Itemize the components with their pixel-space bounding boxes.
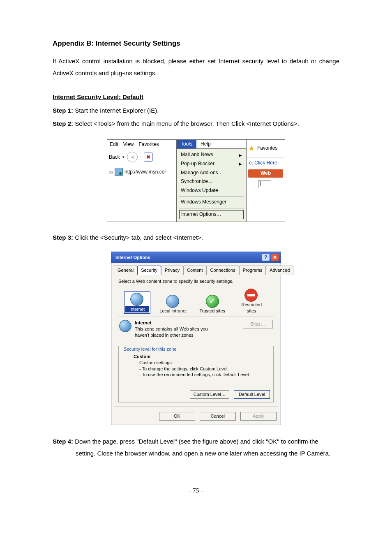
dd-sync-label: Synchronize…: [181, 178, 213, 185]
step-2-text: Select <Tools> from the main menu of the…: [73, 120, 299, 127]
zone-internet[interactable]: Internet: [124, 291, 150, 314]
zone-internet-label: Internet: [125, 306, 149, 313]
submenu-arrow-icon: ▶: [239, 153, 242, 158]
custom-l2: - To change the settings, click Custom L…: [139, 366, 268, 372]
step-4-label: Step 4:: [53, 438, 73, 445]
submenu-arrow-icon: ▶: [239, 161, 242, 166]
back-icon[interactable]: ◄: [127, 152, 138, 162]
dialog-title: Internet Options: [115, 254, 150, 261]
globe-icon: [166, 295, 179, 308]
menu-edit[interactable]: Edit: [110, 141, 118, 148]
custom-level-button[interactable]: Custom Level…: [190, 390, 229, 399]
address-bar[interactable]: ss http://www.msn.cor: [109, 165, 175, 176]
step-2-label: Step 2:: [53, 120, 73, 127]
intro-paragraph: If ActiveX control installation is block…: [53, 56, 339, 79]
page-icon: [115, 168, 123, 176]
cancel-button[interactable]: Cancel: [200, 412, 236, 421]
web-badge: Web: [248, 169, 283, 178]
zone-local-intranet[interactable]: Local intranet: [157, 295, 189, 314]
menu-tools[interactable]: Tools: [177, 140, 196, 149]
menu-help[interactable]: Help: [196, 140, 215, 149]
step-1-text: Start the Internet Explorer (IE).: [73, 107, 159, 114]
tab-general[interactable]: General: [114, 266, 137, 275]
address-value[interactable]: http://www.msn.cor: [125, 169, 166, 176]
dd-manage-addons[interactable]: Manage Add-ons…: [177, 169, 246, 178]
custom-head: Custom: [134, 354, 268, 360]
figure-internet-options-dialog: Internet Options ? ✕ General Security Pr…: [111, 252, 281, 425]
dd-internet-options-label: Internet Options…: [181, 211, 221, 217]
dd-update-label: Windows Update: [181, 187, 218, 194]
step-4: Step 4: Down the page, press "Default Le…: [53, 436, 339, 459]
zone-trusted-label: Trusted sites: [196, 308, 229, 314]
dd-popup-label: Pop-up Blocker: [181, 161, 214, 167]
step-1: Step 1: Start the Internet Explorer (IE)…: [53, 105, 339, 117]
ok-button[interactable]: OK: [159, 412, 195, 421]
dd-mail-and-news[interactable]: Mail and News▶: [177, 150, 246, 160]
tab-strip: General Security Privacy Content Connect…: [111, 263, 281, 275]
dd-addons-label: Manage Add-ons…: [181, 170, 223, 176]
tab-programs[interactable]: Programs: [239, 266, 266, 275]
zone-local-label: Local intranet: [157, 308, 189, 314]
dd-messenger-label: Windows Messenger: [181, 199, 226, 206]
dd-windows-update[interactable]: Windows Update: [177, 186, 246, 195]
dropdown-separator: [179, 196, 244, 197]
zone-restricted-sites[interactable]: Restrictedsites: [235, 289, 268, 314]
apply-button[interactable]: Apply: [240, 412, 277, 421]
dialog-titlebar: Internet Options ? ✕: [111, 252, 281, 263]
dd-synchronize[interactable]: Synchronize…: [177, 177, 246, 186]
figure-ie-tools-menu: Edit View Favorites Back ▾ ◄ · ✖ ss: [107, 139, 285, 222]
restricted-icon: [244, 289, 258, 302]
tools-dropdown: Mail and News▶ Pop-up Blocker▶ Manage Ad…: [177, 148, 246, 221]
select-zone-text: Select a Web content zone to specify its…: [118, 278, 274, 284]
globe-icon: [130, 293, 143, 306]
page-title: Appendix B: Internet Security Settings: [53, 37, 339, 50]
section-heading: Internet Security Level: Default: [53, 91, 143, 103]
zone-trusted-sites[interactable]: ✓ Trusted sites: [196, 295, 229, 314]
step-4-text-cont: setting. Close the browser window, and o…: [76, 448, 339, 460]
titlebar-help-icon[interactable]: ?: [262, 254, 270, 261]
page-number: - 75 -: [53, 485, 339, 497]
step-2: Step 2: Select <Tools> from the main men…: [53, 118, 339, 130]
sites-button[interactable]: Sites…: [243, 320, 273, 328]
zone-desc-line2: haven't placed in other zones: [119, 332, 273, 338]
favorites-label[interactable]: Favorites: [257, 145, 277, 152]
step-1-label: Step 1:: [53, 107, 73, 114]
back-label[interactable]: Back: [109, 154, 120, 161]
custom-l1: Custom settings.: [139, 360, 268, 366]
check-icon: ✓: [206, 295, 219, 308]
step-4-text-first: Down the page, press "Default Level" (se…: [73, 438, 318, 445]
back-dropdown-icon[interactable]: ▾: [122, 155, 125, 160]
step-3-text: Click the <Security> tab, and select <In…: [73, 234, 203, 241]
stop-icon[interactable]: ✖: [144, 153, 153, 162]
dropdown-separator: [179, 208, 244, 208]
step-3: Step 3: Click the <Security> tab, and se…: [53, 232, 339, 244]
dd-internet-options[interactable]: Internet Options…: [179, 210, 244, 219]
tab-content[interactable]: Content: [183, 266, 207, 275]
favorites-star-icon[interactable]: ★: [248, 145, 256, 152]
dd-windows-messenger[interactable]: Windows Messenger: [177, 198, 246, 207]
tab-connections[interactable]: Connections: [206, 266, 239, 275]
step-3-label: Step 3:: [53, 234, 73, 241]
titlebar-close-icon[interactable]: ✕: [271, 254, 279, 261]
click-here-link[interactable]: e. Click Here: [247, 157, 285, 169]
custom-l3: - To use the recommended settings, click…: [139, 372, 268, 378]
default-level-button[interactable]: Default Level: [234, 390, 270, 399]
zone-restricted-label: Restrictedsites: [235, 302, 268, 314]
security-level-legend: Security level for this zone: [122, 346, 178, 352]
tab-advanced[interactable]: Advanced: [266, 266, 293, 275]
caret-box[interactable]: [258, 180, 271, 188]
tab-privacy[interactable]: Privacy: [161, 266, 183, 275]
dd-mail-label: Mail and News: [181, 152, 213, 158]
menu-view[interactable]: View: [123, 141, 134, 148]
tab-security[interactable]: Security: [137, 266, 161, 275]
dd-popup-blocker[interactable]: Pop-up Blocker▶: [177, 160, 246, 169]
menu-favorites[interactable]: Favorites: [138, 141, 159, 148]
title-rule: [53, 52, 339, 52]
